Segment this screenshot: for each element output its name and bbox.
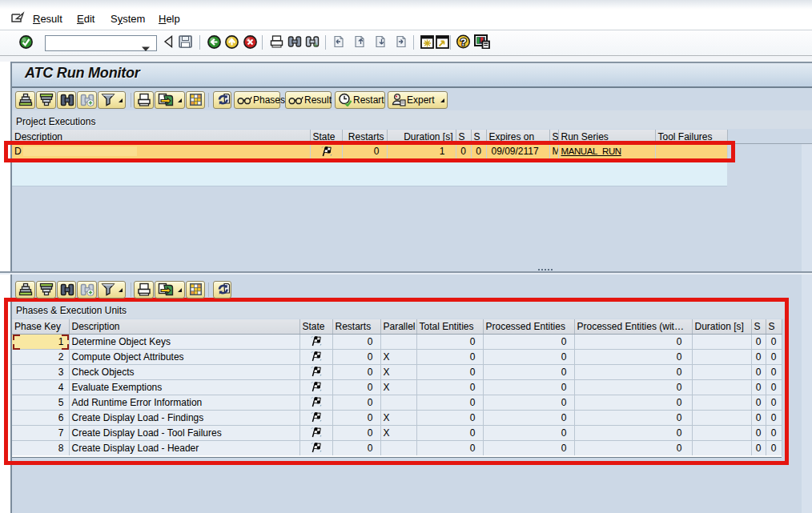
svg-text:?: ? — [460, 36, 467, 48]
